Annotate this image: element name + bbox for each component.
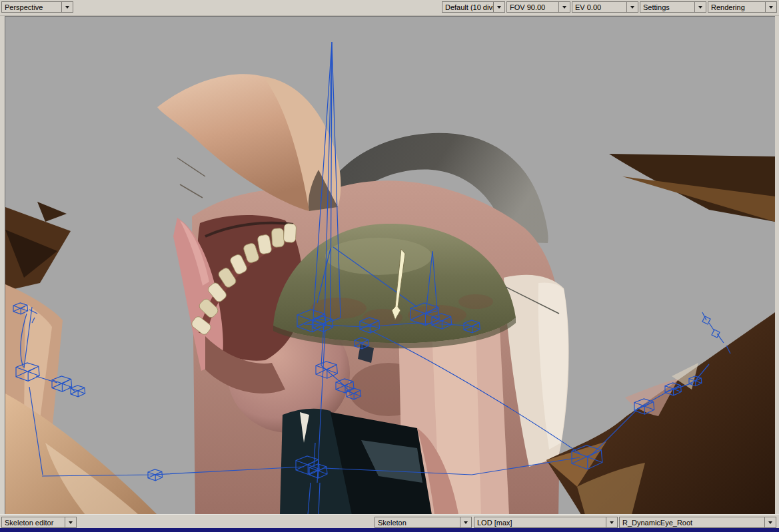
default-settings-combo[interactable]: Default (10 divi... xyxy=(442,1,505,13)
ev-combo[interactable]: EV 0.00 xyxy=(572,1,638,13)
settings-combo[interactable]: Settings xyxy=(640,1,706,13)
top-toolbar: Perspective Default (10 divi... FOV 90.0… xyxy=(0,0,779,16)
chevron-down-icon[interactable] xyxy=(694,2,706,12)
chevron-down-icon[interactable] xyxy=(606,517,617,527)
fov-combo-label: FOV 90.00 xyxy=(507,2,558,12)
settings-combo-label: Settings xyxy=(640,2,694,12)
default-settings-combo-label: Default (10 divi... xyxy=(442,2,493,12)
chevron-down-icon[interactable] xyxy=(460,517,471,527)
perspective-combo-label: Perspective xyxy=(2,2,61,12)
viewport-3d[interactable] xyxy=(5,16,775,515)
skeleton-combo[interactable]: Skeleton xyxy=(375,517,472,528)
rendering-combo-label: Rendering xyxy=(708,2,765,12)
character-editor-window: Perspective Default (10 divi... FOV 90.0… xyxy=(0,0,779,532)
rendering-combo[interactable]: Rendering xyxy=(708,1,777,13)
perspective-combo[interactable]: Perspective xyxy=(1,1,73,13)
editor-mode-combo-label: Skeleton editor xyxy=(2,517,65,527)
bottom-toolbar: Skeleton editor Skeleton LOD [max] R_Dyn… xyxy=(0,514,779,529)
lod-combo[interactable]: LOD [max] xyxy=(474,517,618,528)
skeleton-combo-label: Skeleton xyxy=(375,517,460,527)
chevron-down-icon[interactable] xyxy=(493,2,504,12)
chevron-down-icon[interactable] xyxy=(765,2,776,12)
ev-combo-label: EV 0.00 xyxy=(572,2,626,12)
joint-selector-combo[interactable]: R_DynamicEye_Root xyxy=(619,517,776,528)
chevron-down-icon[interactable] xyxy=(764,517,776,527)
chevron-down-icon[interactable] xyxy=(61,2,73,12)
viewport-3d-scene xyxy=(5,17,775,515)
window-bottom-strip xyxy=(0,528,779,532)
editor-mode-combo[interactable]: Skeleton editor xyxy=(1,517,77,528)
joint-selector-combo-label: R_DynamicEye_Root xyxy=(620,517,764,527)
chevron-down-icon[interactable] xyxy=(626,2,638,12)
fov-combo[interactable]: FOV 90.00 xyxy=(506,1,570,13)
lod-combo-label: LOD [max] xyxy=(474,517,606,527)
chevron-down-icon[interactable] xyxy=(65,517,76,527)
chevron-down-icon[interactable] xyxy=(558,2,570,12)
